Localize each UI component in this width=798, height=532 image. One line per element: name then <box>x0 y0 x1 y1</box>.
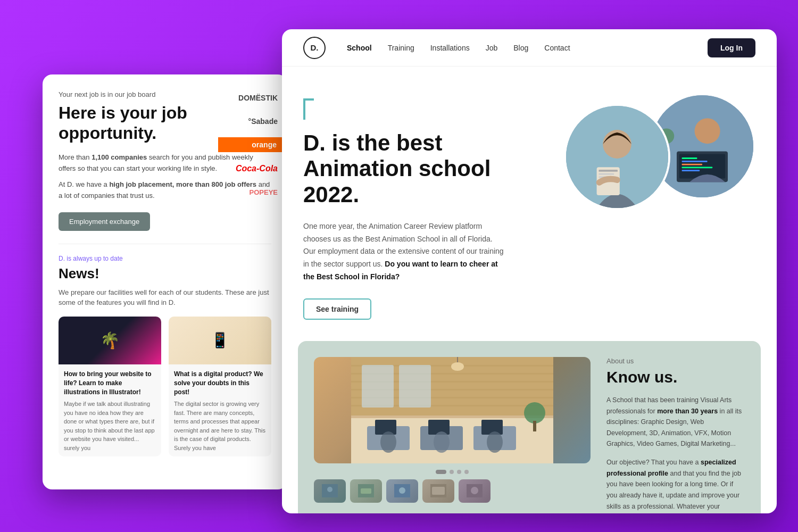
svg-rect-37 <box>533 421 536 431</box>
logo-orange: orange <box>218 137 282 152</box>
news-card-1-text: Maybe if we talk about illustrating you … <box>64 400 156 452</box>
logo-cocacola: Coca-Cola <box>218 161 282 177</box>
person-1-illustration <box>566 106 668 208</box>
thumb-4[interactable] <box>422 479 454 503</box>
svg-rect-43 <box>361 488 371 494</box>
svg-point-49 <box>471 487 478 494</box>
left-card-inner: DOMËSTIK °Sabade orange Coca-Cola POPEYE… <box>43 74 287 489</box>
svg-rect-24 <box>362 365 394 408</box>
dot-1[interactable] <box>436 470 446 474</box>
thumbnail-row <box>314 479 591 503</box>
svg-point-35 <box>487 431 503 453</box>
svg-rect-25 <box>399 365 431 408</box>
svg-point-34 <box>434 431 450 453</box>
about-section: About us Know us. A School that has been… <box>298 341 761 513</box>
svg-point-45 <box>399 487 405 494</box>
dot-4[interactable] <box>464 470 469 474</box>
news-card-1-image: 🌴 <box>59 317 161 364</box>
employment-exchange-button[interactable]: Employment exchange <box>59 212 150 231</box>
hero-bracket-decoration <box>303 98 314 120</box>
thumb-3[interactable] <box>386 479 418 503</box>
svg-point-8 <box>695 118 720 144</box>
hero-section: D. is the best Animation school 2022. On… <box>282 66 777 341</box>
about-title: Know us. <box>606 368 745 386</box>
dot-2[interactable] <box>450 470 454 474</box>
logo-popeye: POPEYE <box>218 185 282 200</box>
thumb-1[interactable] <box>314 479 346 503</box>
logos-area: DOMËSTIK °Sabade orange Coca-Cola POPEYE <box>213 74 287 330</box>
palm-icon: 🌴 <box>100 331 120 350</box>
news-card-2-text: The digital sector is growing very fast.… <box>174 400 266 452</box>
svg-rect-7 <box>682 170 700 171</box>
svg-rect-14 <box>598 173 614 175</box>
navbar: D. School Training Installations Job Blo… <box>282 29 777 66</box>
nav-links: School Training Installations Job Blog C… <box>347 44 708 52</box>
about-main-image <box>314 357 591 463</box>
nav-installations[interactable]: Installations <box>430 44 470 52</box>
left-card: DOMËSTIK °Sabade orange Coca-Cola POPEYE… <box>43 74 287 489</box>
news-card-2-content: What is a digital product? We solve your… <box>169 364 271 456</box>
news-cards: 🌴 How to bring your website to life? Lea… <box>59 317 271 456</box>
site-logo[interactable]: D. <box>303 37 326 59</box>
about-image-area <box>314 357 591 513</box>
logo-sabadell: °Sabade <box>218 114 282 129</box>
hero-circle-left <box>564 104 670 210</box>
dot-3[interactable] <box>457 470 461 474</box>
svg-point-39 <box>451 362 464 371</box>
news-card-1-title: How to bring your website to life? Learn… <box>64 370 156 396</box>
phone-icon: 📱 <box>211 331 229 349</box>
office-illustration <box>314 357 591 463</box>
news-card-1-content: How to bring your website to life? Learn… <box>59 364 161 456</box>
svg-point-33 <box>380 431 396 453</box>
about-tag: About us <box>606 357 745 365</box>
thumb-2[interactable] <box>350 479 382 503</box>
svg-rect-3 <box>682 157 697 159</box>
svg-point-36 <box>524 402 545 423</box>
about-content: About us Know us. A School that has been… <box>606 357 745 513</box>
about-desc-1: A School that has been training Visual A… <box>606 395 745 450</box>
slider-dots <box>314 470 591 474</box>
news-card-1[interactable]: 🌴 How to bring your website to life? Lea… <box>59 317 161 456</box>
hero-images <box>564 93 755 263</box>
hero-content: D. is the best Animation school 2022. On… <box>303 93 543 320</box>
login-button[interactable]: Log In <box>708 38 755 57</box>
nav-school[interactable]: School <box>347 44 372 52</box>
svg-rect-5 <box>682 164 702 165</box>
svg-rect-4 <box>682 161 708 162</box>
svg-rect-13 <box>598 170 618 172</box>
nav-blog[interactable]: Blog <box>513 44 528 52</box>
hero-description: One more year, the Animation Career Revi… <box>303 220 505 284</box>
svg-rect-47 <box>432 487 445 495</box>
logo-domestik: DOMËSTIK <box>218 90 282 105</box>
news-card-2-title: What is a digital product? We solve your… <box>174 370 266 396</box>
hero-title: D. is the best Animation school 2022. <box>303 130 543 207</box>
see-training-button[interactable]: See training <box>303 298 371 320</box>
right-card: D. School Training Installations Job Blo… <box>282 29 777 513</box>
about-desc-2: Our objective? That you have a specializ… <box>606 457 745 513</box>
svg-point-41 <box>327 487 332 492</box>
news-card-2[interactable]: 📱 What is a digital product? We solve yo… <box>169 317 271 456</box>
nav-job[interactable]: Job <box>486 44 498 52</box>
thumb-5[interactable] <box>459 479 491 503</box>
svg-rect-6 <box>682 167 713 168</box>
nav-contact[interactable]: Contact <box>544 44 570 52</box>
nav-training[interactable]: Training <box>388 44 414 52</box>
